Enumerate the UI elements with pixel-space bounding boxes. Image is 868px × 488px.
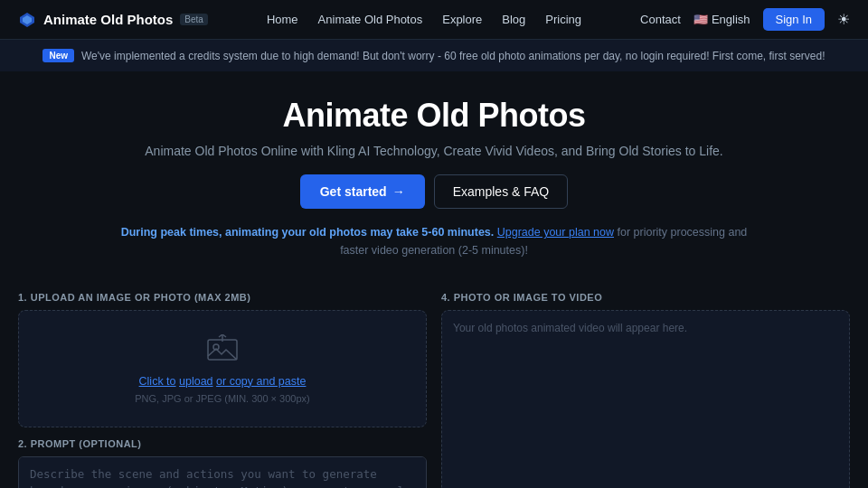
sun-icon: ☀ [837, 11, 850, 28]
upload-text-after: or copy and paste [216, 375, 306, 388]
image-upload-icon [206, 334, 239, 370]
nav-contact-link[interactable]: Contact [640, 13, 681, 26]
get-started-label: Get started [320, 184, 387, 199]
nav-brand-name: Animate Old Photos [43, 12, 173, 27]
get-started-button[interactable]: Get started → [300, 174, 425, 209]
main-content: 1. UPLOAD AN IMAGE OR PHOTO (MAX 2MB) Cl… [0, 292, 868, 488]
svg-rect-2 [208, 340, 237, 360]
peak-notice-prefix: During peak times, animating your old ph… [121, 226, 495, 239]
video-preview-area: Your old photos animated video will appe… [441, 310, 850, 488]
peak-notice: During peak times, animating your old ph… [118, 223, 750, 259]
nav-right-group: Contact 🇺🇸 English Sign In ☀ [640, 8, 850, 31]
nav-link-animate[interactable]: Animate Old Photos [318, 13, 423, 26]
language-selector[interactable]: 🇺🇸 English [693, 13, 750, 26]
navbar-brand-group: Animate Old Photos Beta [18, 11, 208, 29]
hero-section: Animate Old Photos Animate Old Photos On… [0, 71, 868, 292]
navbar: Animate Old Photos Beta Home Animate Old… [0, 0, 868, 40]
upgrade-link[interactable]: Upgrade your plan now [497, 226, 614, 239]
announcement-text: We've implemented a credits system due t… [81, 50, 826, 62]
nav-beta-badge: Beta [180, 14, 208, 25]
upload-zone[interactable]: Click to upload or copy and paste PNG, J… [18, 310, 427, 427]
nav-link-pricing[interactable]: Pricing [545, 13, 581, 26]
video-preview-placeholder: Your old photos animated video will appe… [453, 322, 687, 334]
left-panel: 1. UPLOAD AN IMAGE OR PHOTO (MAX 2MB) Cl… [18, 292, 427, 488]
sign-in-button[interactable]: Sign In [763, 8, 825, 31]
upload-text-before: Click to [139, 375, 176, 388]
announcement-bar: New We've implemented a credits system d… [0, 40, 868, 71]
hero-subtitle: Animate Old Photos Online with Kling AI … [18, 144, 850, 158]
upload-link-text[interactable]: upload [179, 375, 213, 388]
language-label: English [712, 13, 750, 26]
flag-icon: 🇺🇸 [693, 13, 708, 26]
hero-buttons: Get started → Examples & FAQ [18, 174, 850, 209]
new-badge: New [42, 49, 74, 62]
theme-toggle-button[interactable]: ☀ [837, 11, 850, 28]
faq-button[interactable]: Examples & FAQ [434, 174, 569, 209]
hero-title: Animate Old Photos [18, 97, 850, 135]
prompt-textarea[interactable] [18, 456, 427, 488]
prompt-section-label: 2. PROMPT (OPTIONAL) [18, 438, 427, 449]
nav-link-blog[interactable]: Blog [502, 13, 525, 26]
nav-links-group: Home Animate Old Photos Explore Blog Pri… [267, 13, 581, 26]
arrow-icon: → [392, 184, 405, 199]
upload-section-label: 1. UPLOAD AN IMAGE OR PHOTO (MAX 2MB) [18, 292, 427, 303]
logo-icon [18, 11, 36, 29]
video-section-label: 4. PHOTO OR IMAGE TO VIDEO [441, 292, 850, 303]
upload-hint: PNG, JPG or JPEG (MIN. 300 × 300px) [135, 393, 309, 404]
right-panel: 4. PHOTO OR IMAGE TO VIDEO Your old phot… [441, 292, 850, 488]
upload-text: Click to upload or copy and paste [139, 375, 307, 388]
nav-link-home[interactable]: Home [267, 13, 298, 26]
nav-link-explore[interactable]: Explore [442, 13, 482, 26]
